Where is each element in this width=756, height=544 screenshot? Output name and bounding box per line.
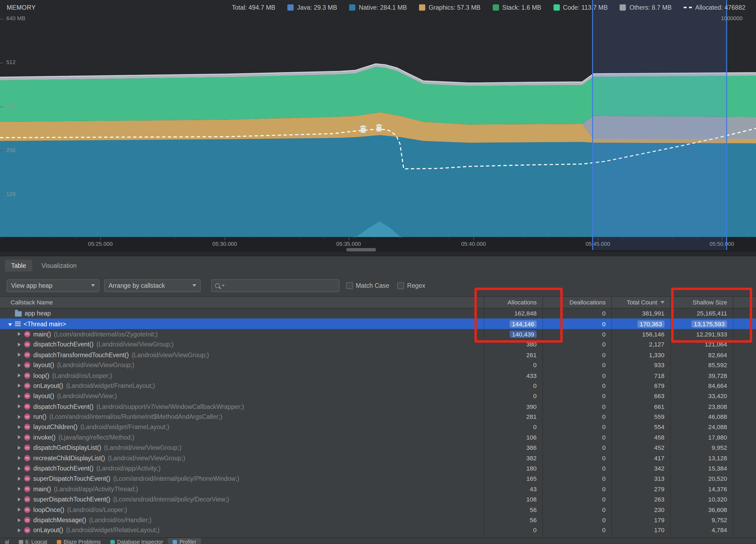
callstack-row[interactable]: mdispatchMessage()(Landroid/os/Handler;)…: [0, 515, 756, 525]
gc-event-icon[interactable]: [360, 125, 366, 133]
callstack-class: (Landroid/view/ViewGroup;): [97, 341, 174, 348]
search-history-chevron-icon[interactable]: [222, 285, 225, 287]
callstack-row[interactable]: msuperDispatchTouchEvent()(Lcom/android/…: [0, 474, 756, 484]
callstack-row[interactable]: monLayout()(Landroid/widget/FrameLayout;…: [0, 381, 756, 391]
callstack-row[interactable]: mlayout()(Landroid/view/View;)0066333,42…: [0, 391, 756, 401]
deallocations-value: 0: [542, 463, 611, 474]
total-count-value: 170: [611, 525, 670, 535]
collapsed-arrow-icon[interactable]: [16, 425, 23, 429]
collapsed-arrow-icon[interactable]: [16, 487, 23, 491]
collapsed-arrow-icon[interactable]: [16, 446, 23, 450]
expanded-arrow-icon[interactable]: [7, 322, 13, 326]
tool-window-logcat[interactable]: 6: Logcat: [14, 538, 52, 544]
checkbox-box[interactable]: [346, 282, 353, 289]
callstack-row[interactable]: mloop()(Landroid/os/Looper;)433071839,72…: [0, 370, 756, 381]
total-count-value: 663: [611, 391, 670, 401]
memory-timeline-pane[interactable]: MEMORY Total: 494.7 MBJava: 29.3 MBNativ…: [0, 0, 756, 256]
callstack-row[interactable]: mrun()(Lcom/android/internal/os/RuntimeI…: [0, 412, 756, 422]
tab-table[interactable]: Table: [5, 259, 32, 271]
allocations-value: 0: [484, 381, 542, 391]
callstack-row[interactable]: mrecreateChildDisplayList()(Landroid/vie…: [0, 453, 756, 463]
callstack-row[interactable]: minvoke()(Ljava/lang/reflect/Method;)106…: [0, 432, 756, 443]
collapsed-arrow-icon[interactable]: [16, 467, 23, 470]
arrange-select[interactable]: Arrange by callstack: [104, 279, 201, 292]
y-axis-tick: [0, 19, 3, 19]
collapsed-arrow-icon[interactable]: [16, 374, 23, 377]
callstack-name: dispatchTouchEvent(): [33, 403, 94, 410]
collapsed-arrow-icon[interactable]: [16, 518, 23, 522]
chevron-down-icon: [91, 284, 95, 287]
collapsed-arrow-icon[interactable]: [16, 415, 23, 419]
blaze-icon: [57, 540, 61, 544]
search-input[interactable]: [227, 281, 336, 290]
collapsed-arrow-icon[interactable]: [16, 508, 23, 511]
callstack-row[interactable]: mdispatchTransformedTouchEvent()(Landroi…: [0, 350, 756, 360]
callstack-row[interactable]: app heap162,8480381,99125,165,411: [0, 309, 756, 319]
legend-item: Code: 113.7 MB: [553, 4, 608, 11]
callstack-class: (Landroid/view/ViewGroup;): [57, 362, 134, 369]
tool-window-profiler[interactable]: Profiler: [168, 538, 201, 544]
minor-tick: [324, 237, 325, 239]
callstack-row[interactable]: monLayout()(Landroid/widget/RelativeLayo…: [0, 525, 756, 535]
search-field[interactable]: [211, 279, 339, 292]
tool-window-blaze-problems[interactable]: Blaze Problems: [52, 538, 105, 544]
allocations-value: 0: [484, 391, 542, 401]
callstack-class: (Lcom/android/internal/os/RuntimeInit$Me…: [49, 413, 222, 421]
callstack-row[interactable]: msuperDispatchTouchEvent()(Lcom/android/…: [0, 494, 756, 504]
deallocations-value: 0: [542, 504, 611, 515]
callstack-row[interactable]: mdispatchTouchEvent()(Landroid/support/v…: [0, 401, 756, 412]
callstack-row[interactable]: mmain()(Lcom/android/internal/os/ZygoteI…: [0, 329, 756, 339]
total-count-value: 718: [611, 370, 670, 381]
gc-event-icon[interactable]: [376, 124, 382, 132]
minor-tick: [449, 237, 449, 239]
selection-range-overlay[interactable]: [592, 0, 727, 250]
shallow-size-value: 82,664: [670, 350, 733, 360]
collapsed-arrow-icon[interactable]: [16, 394, 23, 398]
match-case-checkbox[interactable]: Match Case: [346, 282, 389, 289]
callstack-row[interactable]: mlayoutChildren()(Landroid/widget/FrameL…: [0, 422, 756, 432]
collapsed-arrow-icon[interactable]: [16, 436, 23, 439]
callstack-row[interactable]: mlayout()(Landroid/view/ViewGroup;)00933…: [0, 360, 756, 370]
collapsed-arrow-icon[interactable]: [16, 332, 23, 336]
callstack-name: dispatchMessage(): [33, 516, 86, 524]
collapsed-arrow-icon[interactable]: [16, 528, 23, 532]
collapsed-arrow-icon[interactable]: [16, 456, 23, 460]
collapsed-arrow-icon[interactable]: [16, 497, 23, 501]
regex-checkbox[interactable]: Regex: [397, 282, 425, 289]
callstack-name: loopOnce(): [33, 506, 64, 513]
column-header-total-count[interactable]: Total Count: [611, 297, 670, 308]
timeline-scrollbar-thumb[interactable]: [346, 248, 376, 251]
collapsed-arrow-icon[interactable]: [16, 405, 23, 408]
tool-window-terminal[interactable]: al: [0, 538, 14, 544]
major-tick: [474, 237, 474, 240]
major-tick: [349, 237, 349, 240]
shallow-size-value: 46,088: [670, 412, 733, 422]
total-count-value: 661: [611, 401, 670, 412]
allocations-value: 0: [484, 422, 542, 432]
collapsed-arrow-icon[interactable]: [16, 343, 23, 347]
checkbox-box[interactable]: [397, 282, 404, 289]
tab-visualization[interactable]: Visualization: [35, 259, 83, 271]
allocations-value: 0: [484, 360, 542, 370]
heap-select[interactable]: View app heap: [7, 279, 99, 292]
collapsed-arrow-icon[interactable]: [16, 384, 23, 388]
callstack-row[interactable]: mdispatchGetDisplayList()(Landroid/view/…: [0, 443, 756, 453]
collapsed-arrow-icon[interactable]: [16, 363, 23, 367]
callstack-row[interactable]: mdispatchTouchEvent()(Landroid/view/View…: [0, 340, 756, 350]
deallocations-value: 0: [542, 484, 611, 494]
callstack-row[interactable]: mmain()(Landroid/app/ActivityThread;)430…: [0, 484, 756, 494]
allocations-value: 165: [484, 474, 542, 484]
time-label: 05:25.000: [79, 241, 122, 247]
callstack-row[interactable]: <Thread main>144,1460170,36313,175,593: [0, 319, 756, 329]
minor-tick: [523, 237, 524, 239]
collapsed-arrow-icon[interactable]: [16, 353, 23, 357]
column-header-callstack-name[interactable]: Callstack Name: [0, 297, 484, 308]
total-count-value: 263: [611, 494, 670, 504]
callstack-row[interactable]: mdispatchTouchEvent()(Landroid/app/Activ…: [0, 463, 756, 474]
collapsed-arrow-icon[interactable]: [16, 477, 23, 481]
method-icon: m: [24, 465, 30, 471]
callstack-name: recreateChildDisplayList(): [33, 454, 105, 462]
callstack-row[interactable]: mloopOnce()(Landroid/os/Looper;)56023036…: [0, 504, 756, 515]
tool-window-database-inspector[interactable]: Database Inspector: [105, 538, 168, 544]
allocations-value: 0: [484, 525, 542, 535]
